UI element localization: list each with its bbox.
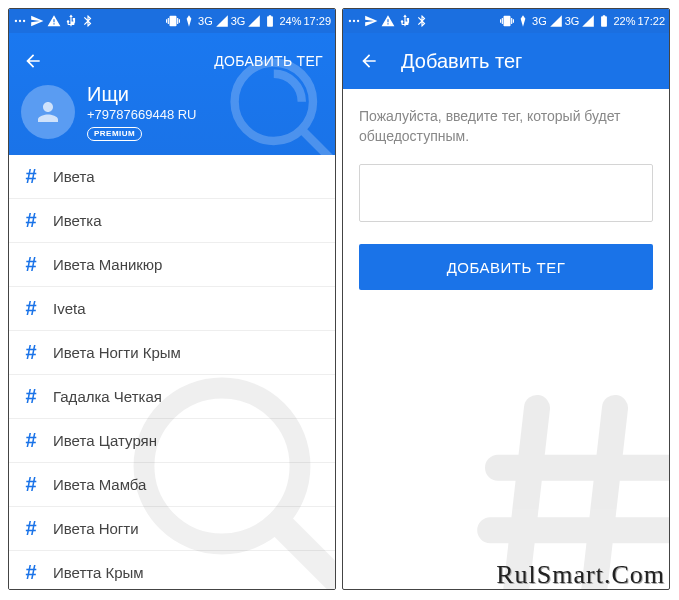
network-type-1: 3G [198,15,213,27]
profile-header: ДОБАВИТЬ ТЕГ Ищи +79787669448 RU PREMIUM [9,33,335,155]
status-bar: 3G 3G 24% 17:29 [9,9,335,33]
warning-icon [381,14,395,28]
back-button[interactable] [357,49,381,73]
svg-point-9 [357,20,359,22]
tag-row[interactable]: #Ивета Маникюр [9,243,335,287]
tag-label: Iveta [53,300,86,317]
tag-row[interactable]: #Иветта Крым [9,551,335,590]
hash-icon: # [23,561,39,584]
status-bar: 3G 3G 22% 17:22 [343,9,669,33]
diamond-icon [182,14,196,28]
tag-label: Ивета Ногти [53,520,139,537]
network-type-2: 3G [565,15,580,27]
svg-point-0 [15,20,17,22]
hash-icon: # [23,517,39,540]
usb-icon [64,14,78,28]
usb-icon [398,14,412,28]
tag-row[interactable]: #Иветка [9,199,335,243]
svg-point-7 [349,20,351,22]
tag-row[interactable]: #Ивета [9,155,335,199]
svg-point-1 [19,20,21,22]
tag-label: Ивета Маникюр [53,256,162,273]
battery-percent: 22% [613,15,635,27]
premium-badge: PREMIUM [87,127,142,141]
tag-label: Ивета Мамба [53,476,146,493]
back-button[interactable] [21,49,45,73]
tag-input[interactable] [359,164,653,222]
signal-icon-2 [581,14,595,28]
battery-percent: 24% [279,15,301,27]
tag-label: Иветта Крым [53,564,144,581]
hash-bg-icon [459,369,670,590]
page-header: Добавить тег [343,33,669,89]
tag-row[interactable]: #Ивета Ногти Крым [9,331,335,375]
tag-row[interactable]: #Iveta [9,287,335,331]
screen-tag-list: 3G 3G 24% 17:29 ДОБАВИТЬ ТЕГ Ищи +797876… [8,8,336,590]
hash-icon: # [23,165,39,188]
tag-row[interactable]: #Ивета Ногти [9,507,335,551]
screen-add-tag: 3G 3G 22% 17:22 Добавить тег Пожалуйста,… [342,8,670,590]
clock: 17:22 [637,15,665,27]
page-title: Добавить тег [401,50,522,73]
network-type-1: 3G [532,15,547,27]
network-type-2: 3G [231,15,246,27]
hash-icon: # [23,209,39,232]
tag-label: Гадалка Четкая [53,388,162,405]
add-tag-action[interactable]: ДОБАВИТЬ ТЕГ [214,53,323,69]
more-icon [13,14,27,28]
contact-name: Ищи [87,83,197,105]
hash-icon: # [23,473,39,496]
hash-icon: # [23,253,39,276]
bluetooth-icon [81,14,95,28]
avatar [21,85,75,139]
svg-point-8 [353,20,355,22]
contact-phone: +79787669448 RU [87,107,197,122]
tag-label: Ивета Ногти Крым [53,344,181,361]
hash-icon: # [23,341,39,364]
diamond-icon [516,14,530,28]
hint-text: Пожалуйста, введите тег, который будет о… [359,107,653,146]
tag-label: Ивета Цатурян [53,432,157,449]
svg-point-2 [23,20,25,22]
send-icon [30,14,44,28]
tag-row[interactable]: #Ивета Мамба [9,463,335,507]
send-icon [364,14,378,28]
tag-label: Иветка [53,212,102,229]
bluetooth-icon [415,14,429,28]
signal-icon [549,14,563,28]
warning-icon [47,14,61,28]
more-icon [347,14,361,28]
battery-icon [597,14,611,28]
signal-icon-2 [247,14,261,28]
form-area: Пожалуйста, введите тег, который будет о… [343,89,669,308]
signal-icon [215,14,229,28]
tag-label: Ивета [53,168,94,185]
add-tag-button[interactable]: ДОБАВИТЬ ТЕГ [359,244,653,290]
tag-row[interactable]: #Ивета Цатурян [9,419,335,463]
vibrate-icon [500,14,514,28]
tag-row[interactable]: #Гадалка Четкая [9,375,335,419]
clock: 17:29 [303,15,331,27]
hash-icon: # [23,297,39,320]
battery-icon [263,14,277,28]
hash-icon: # [23,429,39,452]
vibrate-icon [166,14,180,28]
hash-icon: # [23,385,39,408]
tag-list: #Ивета#Иветка#Ивета Маникюр#Iveta#Ивета … [9,155,335,590]
